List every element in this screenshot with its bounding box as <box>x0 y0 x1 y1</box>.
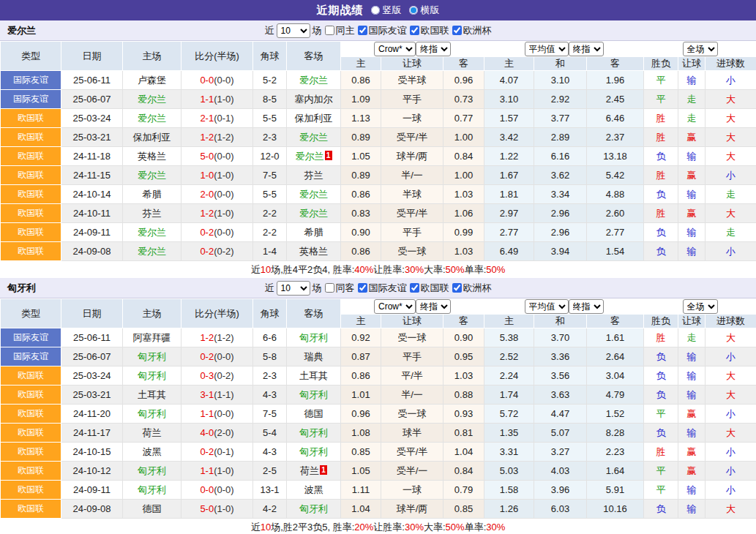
result-handicap: 输 <box>678 500 706 519</box>
corner-count: 4-3 <box>253 443 287 462</box>
crown-away-odds: 0.73 <box>444 90 484 109</box>
average-odds-select[interactable]: 平均值 <box>525 42 569 56</box>
corner-count: 8-5 <box>253 90 287 109</box>
result-outcome: 胜 <box>644 204 678 223</box>
league-filter-0-checkbox[interactable] <box>358 26 367 35</box>
league-filter-1[interactable]: 欧国联 <box>409 24 449 37</box>
crown-handicap: 一球 <box>381 109 444 128</box>
recent-count-select[interactable]: 10 <box>277 281 310 296</box>
score-cell: 5-0(0-0) <box>181 147 253 166</box>
avg-home-odds: 1.81 <box>484 185 534 204</box>
home-team: 芬兰 <box>123 204 181 223</box>
odds-company-select[interactable]: Crow* <box>374 42 416 56</box>
avg-home-odds: 3.42 <box>484 128 534 147</box>
same-venue-filter[interactable]: 同客 <box>324 282 355 295</box>
league-filter-0[interactable]: 国际友谊 <box>357 282 407 295</box>
corner-count: 6-6 <box>253 328 287 347</box>
crown-home-odds: 1.05 <box>341 147 381 166</box>
league-type-badge: 国际友谊 <box>1 71 61 90</box>
result-goals: 大 <box>706 386 756 405</box>
result-goals: 大 <box>706 366 756 386</box>
average-odds-selects: 平均值终指 <box>484 42 644 57</box>
odds-stage-select[interactable]: 终指 <box>416 42 451 56</box>
sub-column-header: 让球 <box>381 315 444 328</box>
league-type-badge: 欧国联 <box>1 462 61 481</box>
sub-column-header: 让球 <box>678 57 706 71</box>
crown-handicap: 受一球 <box>381 328 444 347</box>
crown-home-odds: 1.04 <box>341 500 381 519</box>
sub-column-header: 和 <box>534 57 587 71</box>
crown-home-odds: 1.11 <box>341 481 381 500</box>
red-card-badge: 1 <box>325 151 332 160</box>
crown-away-odds: 1.00 <box>444 128 484 147</box>
league-filter-1-checkbox[interactable] <box>410 283 419 293</box>
stats-summary: 近10场,胜2平3负5, 胜率:20% 让胜率:30% 大率:50% 单率:30… <box>0 519 756 534</box>
sub-column-header: 胜负 <box>644 315 678 328</box>
odds-company-select[interactable]: Crow* <box>374 299 416 314</box>
column-header: 主场 <box>123 299 181 328</box>
avg-draw-odds: 3.27 <box>534 443 587 462</box>
league-filter-2[interactable]: 欧洲杯 <box>452 282 492 295</box>
crown-odds-selects: Crow*终指 <box>341 42 484 57</box>
away-team: 保加利亚 <box>287 109 341 128</box>
away-team: 荷兰1 <box>287 462 341 481</box>
league-filter-0-checkbox[interactable] <box>358 283 367 293</box>
score-cell: 4-0(2-0) <box>181 424 253 443</box>
home-team: 阿塞拜疆 <box>123 328 181 347</box>
sub-column-header: 让球 <box>678 315 706 328</box>
corner-count: 2-2 <box>253 204 287 223</box>
average-stage-select[interactable]: 终指 <box>569 299 604 314</box>
same-venue-filter-checkbox[interactable] <box>325 26 334 35</box>
league-filter-1[interactable]: 欧国联 <box>409 282 449 295</box>
match-scope-select[interactable]: 全场 <box>683 299 718 314</box>
result-handicap: 走 <box>678 109 706 128</box>
crown-home-odds: 0.89 <box>341 166 381 185</box>
result-handicap: 输 <box>678 223 706 242</box>
result-handicap: 赢 <box>678 443 706 462</box>
match-scope-select[interactable]: 全场 <box>683 42 718 56</box>
result-outcome: 胜 <box>644 109 678 128</box>
match-date: 24-11-18 <box>61 147 123 166</box>
league-type-badge: 欧国联 <box>1 366 61 386</box>
away-team: 爱尔兰 <box>287 128 341 147</box>
crown-home-odds: 0.96 <box>341 405 381 424</box>
corner-count: 5-5 <box>253 185 287 204</box>
corner-count: 7-5 <box>253 166 287 185</box>
layout-horizontal-radio[interactable]: 横版 <box>409 4 440 17</box>
odds-stage-select[interactable]: 终指 <box>416 299 451 314</box>
home-team: 匈牙利 <box>123 462 181 481</box>
league-filter-2-checkbox[interactable] <box>452 283 462 293</box>
crown-handicap: 半/一 <box>381 166 444 185</box>
league-filter-2[interactable]: 欧洲杯 <box>452 24 492 37</box>
corner-count: 1-4 <box>253 242 287 261</box>
result-outcome: 平 <box>644 405 678 424</box>
layout-vertical-radio[interactable]: 竖版 <box>371 4 402 17</box>
avg-away-odds: 1.52 <box>587 405 644 424</box>
match-row: 欧国联24-09-08德国5-0(1-0)4-2匈牙利1.04球半/两0.851… <box>1 500 756 519</box>
recent-count-select[interactable]: 10 <box>277 23 310 38</box>
match-date: 25-06-07 <box>61 90 123 109</box>
crown-home-odds: 1.09 <box>341 90 381 109</box>
league-type-badge: 欧国联 <box>1 166 61 185</box>
near-label: 近 <box>265 24 274 37</box>
same-venue-filter[interactable]: 同主 <box>324 24 355 37</box>
average-odds-select[interactable]: 平均值 <box>525 299 569 314</box>
avg-away-odds: 1.54 <box>587 242 644 261</box>
home-team: 希腊 <box>123 185 181 204</box>
radio-selected-icon <box>409 6 418 15</box>
league-filter-1-checkbox[interactable] <box>410 26 419 35</box>
layout-horizontal-label: 横版 <box>421 4 440 17</box>
same-venue-filter-checkbox[interactable] <box>325 283 334 293</box>
avg-away-odds: 1.64 <box>587 462 644 481</box>
result-handicap: 输 <box>678 366 706 386</box>
team-filter-bar: 匈牙利近10场同客国际友谊欧国联欧洲杯 <box>0 278 756 298</box>
league-filter-2-checkbox[interactable] <box>452 26 462 35</box>
average-stage-select[interactable]: 终指 <box>569 42 604 56</box>
avg-home-odds: 1.35 <box>484 424 534 443</box>
crown-home-odds: 0.87 <box>341 347 381 366</box>
avg-draw-odds: 4.47 <box>534 405 587 424</box>
crown-handicap: 球半/两 <box>381 500 444 519</box>
league-filter-0[interactable]: 国际友谊 <box>357 24 407 37</box>
match-date: 25-06-11 <box>61 71 123 90</box>
avg-draw-odds: 2.89 <box>534 128 587 147</box>
